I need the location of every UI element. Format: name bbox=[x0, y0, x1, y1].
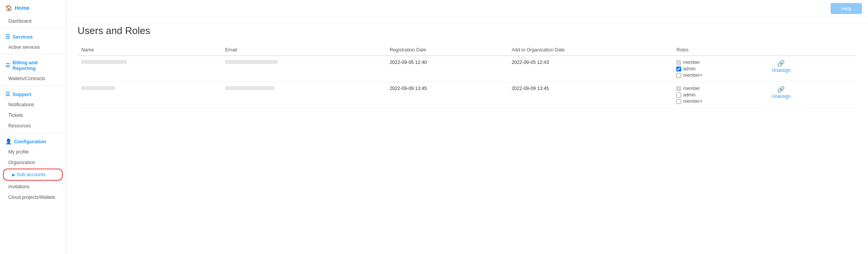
page-title: Users and Roles bbox=[78, 25, 857, 37]
table-header: Name Email Registration Date Add to Orga… bbox=[78, 44, 857, 56]
table-row: 2022-09-05 12:402022-09-05 12:43memberad… bbox=[78, 56, 857, 82]
cell-email-0 bbox=[221, 56, 386, 82]
services-icon: ☰ bbox=[5, 34, 10, 40]
role-label-0-0: member bbox=[683, 60, 700, 65]
sidebar-item-invitations[interactable]: Invitations bbox=[0, 181, 66, 192]
blurred-email-0 bbox=[225, 60, 278, 64]
sidebar-dashboard-label: Dashboard bbox=[8, 19, 31, 24]
role-label-0-1: admin bbox=[683, 66, 696, 71]
role-checkbox-0-0[interactable] bbox=[676, 60, 681, 65]
sidebar-item-resources[interactable]: Resources bbox=[0, 121, 66, 131]
col-registration-date: Registration Date bbox=[386, 44, 508, 56]
cell-org-date-1: 2022-09-09 13:45 bbox=[508, 82, 673, 108]
main-content: Help Users and Roles Name Email Registra… bbox=[66, 0, 868, 254]
role-checkbox-0-2[interactable] bbox=[676, 73, 681, 78]
blurred-name-0 bbox=[81, 60, 127, 64]
sidebar-item-cloud-projects[interactable]: Cloud projects/Wallets bbox=[0, 192, 66, 203]
role-row-1-0: member bbox=[676, 86, 760, 91]
sidebar-divider-3 bbox=[0, 85, 66, 86]
sidebar-item-tickets[interactable]: Tickets bbox=[0, 110, 66, 121]
cell-roles-0: memberadminmember+ bbox=[672, 56, 764, 82]
sidebar-item-sub-accounts[interactable]: ▶ Sub-accounts bbox=[3, 169, 63, 181]
cell-email-1 bbox=[221, 82, 386, 108]
sidebar-section-support[interactable]: ☰ Support bbox=[0, 87, 66, 99]
role-checkbox-1-2[interactable] bbox=[676, 99, 681, 104]
topbar: Help bbox=[66, 0, 868, 17]
role-checkbox-0-1[interactable] bbox=[676, 67, 681, 71]
blurred-name-1 bbox=[81, 86, 115, 90]
sidebar-section-billing[interactable]: ☰ Billing and Reporting bbox=[0, 56, 66, 73]
role-checkbox-1-0[interactable] bbox=[676, 86, 681, 91]
table-row: 2022-09-09 13:452022-09-09 13:45memberad… bbox=[78, 82, 857, 108]
unassign-icon-0: 🔗 bbox=[777, 60, 785, 67]
arrow-right-icon: ▶ bbox=[12, 172, 15, 177]
role-row-0-2: member+ bbox=[676, 73, 760, 78]
sidebar-home-label: Home bbox=[15, 5, 30, 11]
col-actions bbox=[764, 44, 857, 56]
sidebar-services-label: Services bbox=[12, 34, 33, 40]
users-table-container: Name Email Registration Date Add to Orga… bbox=[78, 44, 857, 108]
tickets-label: Tickets bbox=[8, 113, 23, 118]
help-button[interactable]: Help bbox=[831, 3, 862, 14]
cell-roles-1: memberadminmember+ bbox=[672, 82, 764, 108]
wallets-label: Wallets/Contracts bbox=[8, 76, 45, 81]
configuration-icon: 👤 bbox=[5, 138, 12, 144]
my-profile-label: My profile bbox=[8, 149, 29, 155]
cell-name-0 bbox=[78, 56, 221, 82]
notifications-label: Notifications bbox=[8, 102, 34, 107]
users-table: Name Email Registration Date Add to Orga… bbox=[78, 44, 857, 108]
role-checkbox-1-1[interactable] bbox=[676, 93, 681, 98]
cell-reg-date-0: 2022-09-05 12:40 bbox=[386, 56, 508, 82]
blurred-email-1 bbox=[225, 86, 274, 90]
col-email: Email bbox=[221, 44, 386, 56]
sidebar-configuration-label: Configuration bbox=[14, 139, 46, 144]
content-area: Users and Roles Name Email Registration … bbox=[66, 17, 868, 254]
home-icon: 🏠 bbox=[5, 5, 12, 11]
sidebar-item-wallets[interactable]: Wallets/Contracts bbox=[0, 73, 66, 84]
table-body: 2022-09-05 12:402022-09-05 12:43memberad… bbox=[78, 56, 857, 108]
sidebar-item-my-profile[interactable]: My profile bbox=[0, 147, 66, 157]
organization-label: Organization bbox=[8, 160, 35, 165]
role-row-1-1: admin bbox=[676, 92, 760, 98]
sidebar-home[interactable]: 🏠 Home bbox=[0, 0, 66, 16]
sidebar-divider-4 bbox=[0, 133, 66, 133]
role-label-1-1: admin bbox=[683, 92, 696, 98]
cloud-projects-label: Cloud projects/Wallets bbox=[8, 195, 55, 200]
unassign-button-0[interactable]: 🔗Unassign bbox=[768, 60, 794, 73]
sidebar-item-notifications[interactable]: Notifications bbox=[0, 99, 66, 110]
cell-unassign-0: 🔗Unassign bbox=[764, 56, 857, 82]
role-row-0-0: member bbox=[676, 60, 760, 65]
billing-icon: ☰ bbox=[5, 62, 10, 68]
cell-reg-date-1: 2022-09-09 13:45 bbox=[386, 82, 508, 108]
unassign-label-1: Unassign bbox=[772, 94, 790, 99]
sidebar-billing-label: Billing and Reporting bbox=[12, 60, 61, 71]
table-header-row: Name Email Registration Date Add to Orga… bbox=[78, 44, 857, 56]
col-name: Name bbox=[78, 44, 221, 56]
sidebar-section-services[interactable]: ☰ Services bbox=[0, 30, 66, 42]
sidebar-section-configuration[interactable]: 👤 Configuration bbox=[0, 135, 66, 147]
col-roles: Roles bbox=[672, 44, 764, 56]
sidebar-support-label: Support bbox=[12, 91, 31, 97]
sidebar-item-active-services[interactable]: Active services bbox=[0, 42, 66, 53]
resources-label: Resources bbox=[8, 123, 31, 129]
role-row-1-2: member+ bbox=[676, 99, 760, 104]
sub-accounts-label: Sub-accounts bbox=[17, 172, 45, 177]
cell-unassign-1: 🔗Unassign bbox=[764, 82, 857, 108]
sidebar: 🏠 Home Dashboard ☰ Services Active servi… bbox=[0, 0, 66, 254]
invitations-label: Invitations bbox=[8, 184, 30, 189]
sidebar-item-dashboard[interactable]: Dashboard bbox=[0, 16, 66, 26]
sidebar-divider-1 bbox=[0, 28, 66, 28]
unassign-label-0: Unassign bbox=[772, 68, 790, 73]
role-row-0-1: admin bbox=[676, 66, 760, 71]
role-label-0-2: member+ bbox=[683, 73, 702, 78]
col-org-date: Add to Organization Date bbox=[508, 44, 673, 56]
unassign-icon-1: 🔗 bbox=[777, 86, 785, 93]
role-label-1-2: member+ bbox=[683, 99, 702, 104]
cell-org-date-0: 2022-09-05 12:43 bbox=[508, 56, 673, 82]
active-services-label: Active services bbox=[8, 45, 40, 50]
sidebar-divider-2 bbox=[0, 54, 66, 54]
cell-name-1 bbox=[78, 82, 221, 108]
unassign-button-1[interactable]: 🔗Unassign bbox=[768, 86, 794, 99]
support-icon: ☰ bbox=[5, 91, 10, 97]
sidebar-item-organization[interactable]: Organization bbox=[0, 157, 66, 168]
